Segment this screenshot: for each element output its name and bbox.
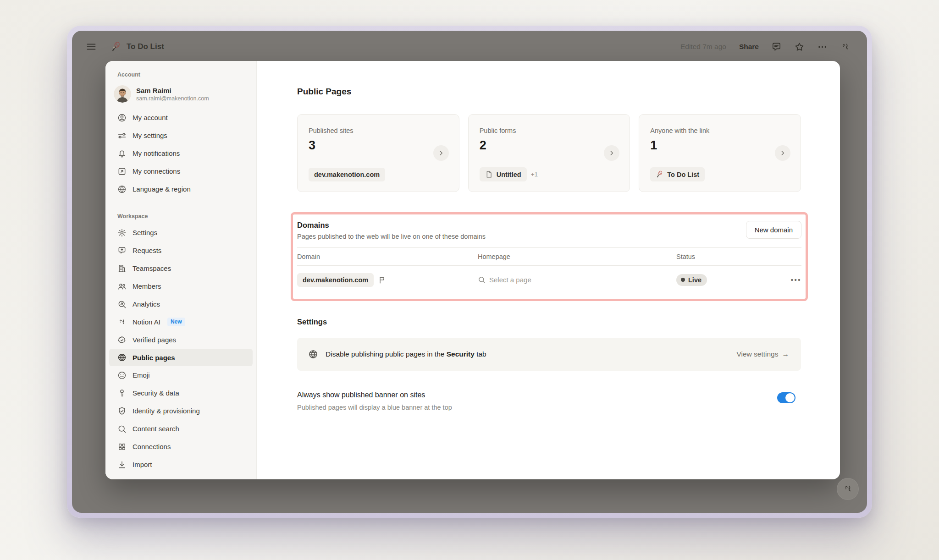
new-domain-button[interactable]: New domain xyxy=(746,221,801,239)
card-label: Public forms xyxy=(480,127,619,134)
favorite-star-icon[interactable] xyxy=(794,42,805,52)
panel-title: Public Pages xyxy=(297,87,801,97)
sidebar-item-content-search[interactable]: Content search xyxy=(105,420,256,438)
card-count: 3 xyxy=(309,138,448,153)
banner-toggle[interactable] xyxy=(777,392,795,403)
sidebar-item-language-region[interactable]: Language & region xyxy=(105,180,256,198)
settings-sidebar: Account xyxy=(105,61,257,479)
comments-icon[interactable] xyxy=(771,42,782,52)
sidebar-item-connections[interactable]: Connections xyxy=(105,438,256,456)
search-icon xyxy=(117,424,127,434)
workspace-section-label: Workspace xyxy=(105,213,256,220)
domain-table-row: dev.makenotion.com Select a page Live xyxy=(297,266,801,294)
shield-check-icon xyxy=(117,406,127,416)
column-domain: Domain xyxy=(297,253,478,260)
import-arrow-icon xyxy=(117,460,127,469)
arrow-out-box-icon xyxy=(117,167,127,176)
banner-setting-title: Always show published banner on sites xyxy=(297,391,452,399)
row-menu-icon[interactable]: ••• xyxy=(791,276,801,284)
card-count: 1 xyxy=(650,138,790,153)
sidebar-item-notion-ai[interactable]: Notion AI New xyxy=(105,313,256,331)
sidebar-item-settings[interactable]: Settings xyxy=(105,224,256,242)
desktop-background: To Do List Edited 7m ago Share Account xyxy=(0,0,939,560)
summary-cards: Published sites 3 dev.makenotion.com Pub… xyxy=(297,114,801,192)
notion-ai-icon[interactable] xyxy=(840,42,851,52)
avatar xyxy=(114,85,131,103)
building-icon xyxy=(117,264,127,273)
disable-publishing-text: Disable publishing public pages in the S… xyxy=(326,350,486,358)
globe-icon xyxy=(117,185,127,194)
smiley-icon xyxy=(117,371,127,380)
card-label: Anyone with the link xyxy=(650,127,790,134)
app-window: To Do List Edited 7m ago Share Account xyxy=(67,26,872,518)
chevron-right-icon[interactable] xyxy=(604,145,619,161)
user-name: Sam Raimi xyxy=(136,86,209,95)
edited-timestamp: Edited 7m ago xyxy=(680,43,726,51)
sidebar-item-public-pages[interactable]: Public pages xyxy=(109,349,253,366)
arrow-right-icon: → xyxy=(782,350,790,358)
topbar: To Do List Edited 7m ago Share xyxy=(72,31,867,63)
card-count: 2 xyxy=(480,138,619,153)
sidebar-item-members[interactable]: Members xyxy=(105,277,256,295)
page-chip: To Do List xyxy=(650,167,705,181)
card-label: Published sites xyxy=(309,127,448,134)
published-banner-setting: Always show published banner on sites Pu… xyxy=(297,391,801,411)
notion-ai-floating-button[interactable] xyxy=(837,478,859,500)
chevron-right-icon[interactable] xyxy=(433,145,449,161)
search-icon xyxy=(478,276,486,284)
gear-icon xyxy=(117,228,127,237)
sidebar-item-identity-provisioning[interactable]: Identity & provisioning xyxy=(105,402,256,420)
sidebar-item-verified-pages[interactable]: Verified pages xyxy=(105,331,256,349)
workspace-items: Settings Requests Teamspaces Member xyxy=(105,224,256,473)
domain-chip: dev.makenotion.com xyxy=(297,273,374,287)
more-count: +1 xyxy=(531,171,538,178)
domains-table: Domain Homepage Status dev.makenotion.co… xyxy=(297,247,801,294)
account-section-label: Account xyxy=(105,71,256,78)
more-options-icon[interactable] xyxy=(817,42,828,52)
globe-icon xyxy=(117,353,127,362)
grid-icon xyxy=(117,442,127,451)
verified-badge-icon xyxy=(117,335,127,345)
person-circle-icon xyxy=(117,113,127,122)
sidebar-item-teamspaces[interactable]: Teamspaces xyxy=(105,259,256,277)
settings-title: Settings xyxy=(297,318,801,326)
sidebar-item-security-data[interactable]: Security & data xyxy=(105,384,256,402)
toggle-knob xyxy=(785,393,795,402)
page-title[interactable]: To Do List xyxy=(127,42,164,51)
menu-icon[interactable] xyxy=(86,41,97,52)
select-homepage-field[interactable]: Select a page xyxy=(478,276,676,284)
flag-icon[interactable] xyxy=(378,276,387,284)
sidebar-item-import[interactable]: Import xyxy=(105,456,256,473)
published-sites-card[interactable]: Published sites 3 dev.makenotion.com xyxy=(297,114,459,192)
chevron-right-icon[interactable] xyxy=(775,145,790,161)
share-button[interactable]: Share xyxy=(739,43,759,51)
globe-icon xyxy=(308,349,318,359)
domains-title: Domains xyxy=(297,221,486,230)
sidebar-item-requests[interactable]: Requests xyxy=(105,242,256,259)
sidebar-item-my-connections[interactable]: My connections xyxy=(105,162,256,180)
anyone-with-link-card[interactable]: Anyone with the link 1 xyxy=(639,114,801,192)
public-forms-card[interactable]: Public forms 2 Untitled +1 xyxy=(468,114,630,192)
notion-app-dimmed: To Do List Edited 7m ago Share Account xyxy=(72,31,867,513)
sidebar-item-emoji[interactable]: Emoji xyxy=(105,366,256,384)
sidebar-item-my-notifications[interactable]: My notifications xyxy=(105,144,256,162)
status-badge: Live xyxy=(676,274,707,286)
sliders-icon xyxy=(117,131,127,140)
user-profile[interactable]: Sam Raimi sam.raimi@makenotion.com xyxy=(105,83,256,105)
tennis-racket-icon xyxy=(656,170,663,178)
settings-modal: Account xyxy=(105,61,840,479)
domains-subtitle: Pages published to the web will be live … xyxy=(297,233,486,240)
account-items: My account My settings My notifications xyxy=(105,109,256,198)
bell-icon xyxy=(117,149,127,158)
banner-setting-subtitle: Published pages will display a blue bann… xyxy=(297,404,452,411)
public-pages-panel: Public Pages Published sites 3 dev.maken… xyxy=(257,61,840,479)
column-status: Status xyxy=(676,253,783,260)
live-dot xyxy=(681,278,685,282)
key-icon xyxy=(117,389,127,398)
sidebar-item-my-account[interactable]: My account xyxy=(105,109,256,126)
request-bubble-icon xyxy=(117,246,127,255)
magnifier-arrow-icon xyxy=(117,300,127,309)
sidebar-item-my-settings[interactable]: My settings xyxy=(105,126,256,144)
sidebar-item-analytics[interactable]: Analytics xyxy=(105,295,256,313)
view-settings-link[interactable]: View settings→ xyxy=(736,350,789,358)
